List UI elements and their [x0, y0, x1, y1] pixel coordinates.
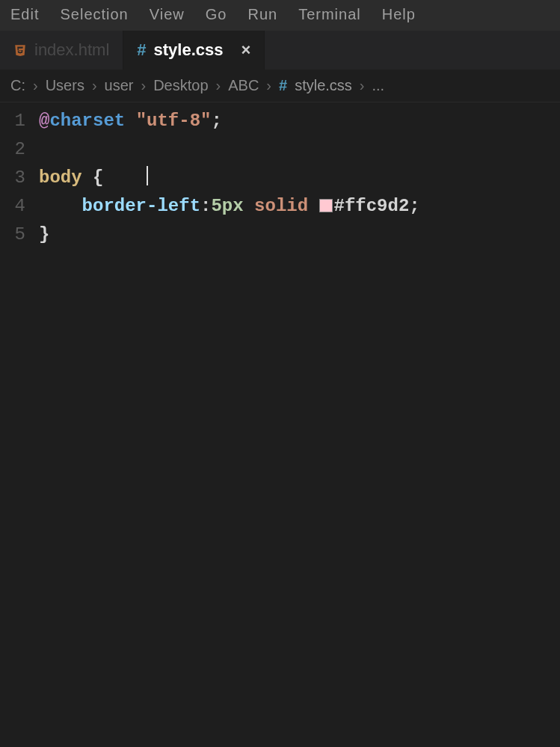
line-number: 4: [0, 192, 25, 221]
token-punc: ;: [211, 111, 221, 131]
tab-style-css[interactable]: # style.css ×: [123, 31, 265, 70]
line-number-gutter: 1 2 3 4 5: [0, 107, 39, 249]
token-selector: body: [39, 167, 82, 188]
code-line[interactable]: body {: [39, 164, 560, 192]
close-icon[interactable]: ×: [241, 42, 251, 58]
chevron-right-icon: ›: [216, 77, 221, 94]
token-brace: {: [93, 167, 103, 188]
css-icon: #: [279, 77, 287, 94]
chevron-right-icon: ›: [141, 77, 146, 94]
menu-view[interactable]: View: [150, 6, 185, 23]
chevron-right-icon: ›: [266, 77, 271, 94]
code-area[interactable]: @charset "utf-8"; body { border-left:5px…: [39, 107, 560, 249]
code-line[interactable]: @charset "utf-8";: [39, 107, 560, 135]
menu-selection[interactable]: Selection: [60, 6, 128, 23]
breadcrumb-tail[interactable]: ...: [372, 77, 384, 94]
tab-bar: index.html # style.css ×: [0, 31, 560, 70]
breadcrumb-seg[interactable]: user: [105, 77, 134, 94]
html-icon: [13, 43, 27, 57]
code-line[interactable]: [39, 135, 560, 164]
text-cursor-icon: [147, 166, 148, 185]
token-color: #ffc9d2: [334, 196, 410, 216]
line-number: 5: [0, 221, 25, 249]
token-brace: }: [39, 224, 49, 245]
line-number: 1: [0, 107, 25, 135]
color-swatch-icon[interactable]: [319, 199, 333, 212]
token-at: @: [39, 111, 49, 131]
menu-edit[interactable]: Edit: [10, 6, 39, 23]
tab-label: style.css: [154, 40, 224, 60]
breadcrumb-seg[interactable]: Users: [46, 77, 84, 94]
tab-index-html[interactable]: index.html: [0, 31, 123, 70]
code-line[interactable]: border-left:5px solid #ffc9d2;: [39, 192, 560, 221]
chevron-right-icon: ›: [33, 77, 38, 94]
menu-terminal[interactable]: Terminal: [298, 6, 361, 23]
menu-go[interactable]: Go: [206, 6, 227, 23]
token-colon: :: [200, 196, 211, 216]
token-string: "utf-8": [136, 111, 212, 131]
breadcrumb-file[interactable]: style.css: [295, 77, 352, 94]
breadcrumb-seg[interactable]: C:: [10, 77, 25, 94]
tab-label: index.html: [34, 40, 109, 60]
menu-help[interactable]: Help: [382, 6, 416, 23]
breadcrumb-seg[interactable]: Desktop: [153, 77, 208, 94]
breadcrumb: C: › Users › user › Desktop › ABC › # st…: [0, 70, 560, 102]
token-keyword: solid: [254, 196, 308, 216]
line-number: 2: [0, 135, 25, 164]
menu-run[interactable]: Run: [247, 6, 277, 23]
code-line[interactable]: }: [39, 221, 560, 249]
token-keyword: charset: [49, 111, 125, 131]
line-number: 3: [0, 164, 25, 192]
chevron-right-icon: ›: [360, 77, 365, 94]
code-editor[interactable]: 1 2 3 4 5 @charset "utf-8"; body { borde…: [0, 102, 560, 249]
token-number: 5px: [211, 196, 243, 216]
menu-bar: Edit Selection View Go Run Terminal Help: [0, 0, 560, 31]
chevron-right-icon: ›: [92, 77, 97, 94]
token-property: border-left: [82, 196, 200, 216]
css-icon: #: [137, 40, 146, 60]
token-punc: ;: [409, 196, 419, 216]
breadcrumb-seg[interactable]: ABC: [228, 77, 259, 94]
